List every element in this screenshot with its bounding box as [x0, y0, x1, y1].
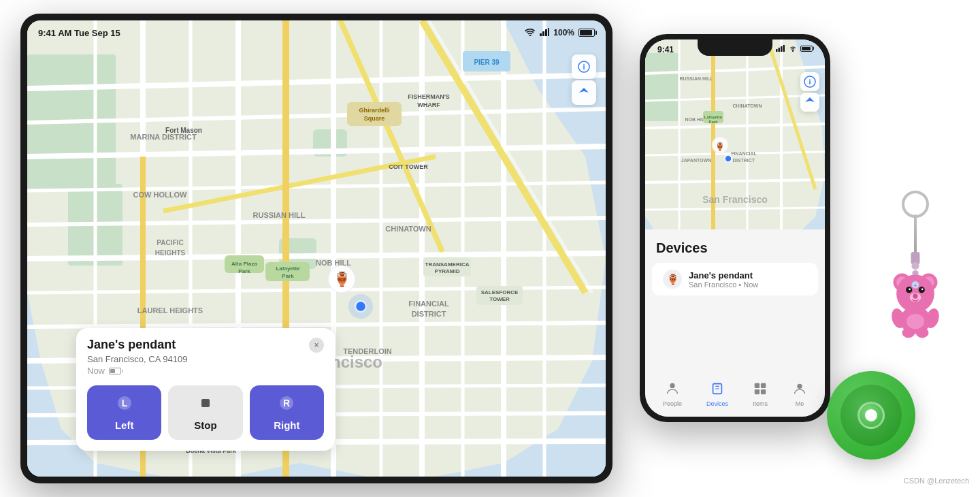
svg-text:LAUREL HEIGHTS: LAUREL HEIGHTS [137, 306, 203, 315]
svg-rect-75 [540, 33, 542, 36]
svg-text:PYRAMID: PYRAMID [435, 268, 460, 274]
svg-point-115 [725, 155, 732, 162]
svg-rect-78 [548, 28, 549, 36]
phone-device: 9:41 [640, 34, 830, 422]
battery-icon [578, 29, 595, 37]
popup-actions: L Left Stop R Right [87, 385, 324, 440]
tab-people[interactable]: People [663, 381, 682, 407]
popup-close-button[interactable]: × [309, 338, 324, 353]
phone-map: RUSSIAN HILL NOB HILL CHINATOWN JAPANTOW… [645, 39, 825, 244]
svg-rect-127 [761, 389, 766, 394]
right-icon: R [278, 395, 295, 415]
phone-devices-title: Devices [645, 229, 825, 263]
svg-text:Square: Square [364, 115, 385, 122]
right-label: Right [274, 419, 299, 431]
svg-rect-125 [761, 383, 766, 388]
svg-text:🏺: 🏺 [715, 142, 725, 151]
svg-point-72 [348, 294, 373, 319]
airtag-device [827, 371, 915, 460]
svg-point-146 [906, 314, 924, 329]
svg-rect-52 [347, 102, 402, 126]
signal-icon [540, 28, 549, 38]
svg-rect-124 [755, 383, 760, 388]
phone-panel: Devices 🏺 Jane's pendant San Francisco •… [645, 229, 825, 417]
svg-text:DISTRICT: DISTRICT [412, 310, 446, 318]
popup-title: Jane's pendant [87, 338, 176, 352]
popup-time: Now [87, 366, 324, 376]
tablet-device: MARINA DISTRICT COW HOLLOW PACIFIC HEIGH… [20, 14, 612, 483]
svg-text:i: i [808, 78, 811, 86]
tab-devices[interactable]: Devices [706, 381, 728, 407]
svg-text:SALESFORCE: SALESFORCE [481, 289, 519, 295]
svg-rect-76 [542, 31, 544, 36]
popup-battery-icon [109, 368, 121, 374]
info-button[interactable]: i [572, 54, 596, 79]
items-tab-label: Items [753, 400, 768, 407]
watermark: CSDN @Lenzetech [904, 477, 969, 485]
svg-point-140 [921, 288, 924, 290]
wifi-icon [525, 28, 536, 38]
me-tab-icon [792, 381, 807, 399]
svg-text:CHINATOWN: CHINATOWN [385, 225, 431, 233]
tab-items[interactable]: Items [753, 381, 768, 407]
keychain-chain [914, 214, 917, 255]
svg-text:Lafayette: Lafayette [704, 115, 723, 119]
svg-text:Alta Plaza: Alta Plaza [231, 261, 257, 267]
action-right-button[interactable]: R Right [250, 385, 324, 440]
svg-text:PACIFIC: PACIFIC [157, 239, 183, 246]
svg-text:Lafayette: Lafayette [276, 266, 300, 272]
svg-text:RUSSIAN HILL: RUSSIAN HILL [253, 211, 306, 219]
items-tab-icon [753, 381, 768, 399]
tablet-time: 9:41 AM Tue Sep 15 [38, 28, 120, 38]
svg-text:WHARF: WHARF [417, 101, 440, 108]
phone-floating-controls: i [800, 72, 819, 112]
svg-text:San Francisco: San Francisco [702, 194, 768, 205]
svg-text:COW HOLLOW: COW HOLLOW [133, 191, 187, 199]
svg-rect-77 [545, 29, 547, 36]
action-stop-button[interactable]: Stop [168, 385, 242, 440]
tablet-statusbar: 9:41 AM Tue Sep 15 100% [27, 20, 606, 45]
popup-subtitle: San Francisco, CA 94109 [87, 354, 324, 364]
phone-device-item[interactable]: 🏺 Jane's pendant San Francisco • Now [652, 263, 818, 295]
svg-point-150 [916, 327, 929, 338]
phone-location-button[interactable] [800, 93, 819, 112]
svg-text:TRANSAMERICA: TRANSAMERICA [425, 261, 470, 268]
svg-point-149 [902, 327, 915, 338]
people-tab-label: People [663, 400, 682, 407]
location-button[interactable] [572, 80, 596, 105]
svg-rect-88 [781, 46, 783, 52]
svg-text:NOB HILL: NOB HILL [316, 259, 351, 267]
svg-text:Park: Park [238, 268, 250, 274]
svg-rect-126 [755, 389, 760, 394]
svg-rect-83 [201, 399, 210, 407]
action-left-button[interactable]: L Left [87, 385, 161, 440]
svg-text:R: R [283, 398, 290, 408]
svg-text:HEIGHTS: HEIGHTS [155, 249, 186, 257]
left-icon: L [116, 395, 133, 415]
phone-battery-icon [800, 46, 813, 52]
svg-text:DISTRICT: DISTRICT [733, 158, 755, 163]
device-icon: 🏺 [663, 270, 682, 289]
svg-point-128 [797, 384, 802, 389]
keychain-ring [902, 191, 929, 218]
svg-point-142 [913, 293, 917, 298]
phone-map-svg: RUSSIAN HILL NOB HILL CHINATOWN JAPANTOW… [645, 39, 825, 244]
svg-text:FINANCIAL: FINANCIAL [731, 151, 757, 156]
left-label: Left [115, 419, 134, 431]
bear-charm: ✦ [885, 252, 946, 340]
svg-text:FINANCIAL: FINANCIAL [408, 300, 449, 308]
phone-tabbar: People Devices Items [645, 381, 825, 407]
popup-card: Jane's pendant × San Francisco, CA 94109… [76, 328, 335, 451]
svg-text:i: i [583, 63, 585, 71]
tab-me[interactable]: Me [792, 381, 807, 407]
tablet-status-icons: 100% [525, 28, 595, 38]
phone-signal-icon [776, 45, 785, 52]
people-tab-icon [665, 381, 680, 399]
svg-text:Fort Mason: Fort Mason [165, 127, 202, 134]
keychain-accessory: ✦ [875, 191, 956, 381]
battery-pct: 100% [553, 28, 574, 37]
phone-status-icons [776, 45, 813, 52]
devices-tab-label: Devices [706, 400, 728, 407]
svg-rect-87 [779, 48, 781, 52]
phone-info-button[interactable]: i [800, 72, 819, 91]
